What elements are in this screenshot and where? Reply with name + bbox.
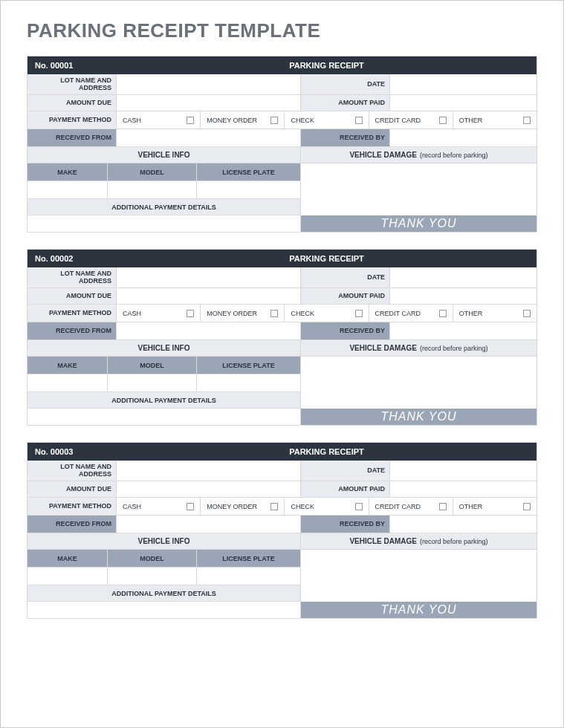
value-date[interactable] xyxy=(390,461,537,481)
label-additional-payment: ADDITIONAL PAYMENT DETAILS xyxy=(27,585,301,602)
thank-you-banner: THANK YOU xyxy=(301,215,537,232)
value-received-by[interactable] xyxy=(390,516,537,533)
label-received-by: RECEIVED BY xyxy=(301,516,390,533)
value-received-from[interactable] xyxy=(117,516,301,533)
parking-receipt: No. 00003 PARKING RECEIPT LOT NAME AND A… xyxy=(27,442,537,619)
payment-option-check[interactable]: CHECK xyxy=(285,111,369,129)
row-amounts: AMOUNT DUE AMOUNT PAID xyxy=(27,95,537,111)
label-vehicle-info: VEHICLE INFO xyxy=(27,533,301,550)
checkbox-icon[interactable] xyxy=(439,503,447,510)
value-license-plate[interactable] xyxy=(197,181,301,199)
value-amount-paid[interactable] xyxy=(390,95,537,111)
value-vehicle-damage-bot[interactable] xyxy=(301,585,537,602)
label-model: MODEL xyxy=(108,357,197,374)
payment-option-other[interactable]: OTHER xyxy=(453,111,537,129)
label-payment-method: PAYMENT METHOD xyxy=(27,498,117,516)
checkbox-icon[interactable] xyxy=(270,310,278,317)
checkbox-icon[interactable] xyxy=(439,310,447,317)
label-vehicle-info: VEHICLE INFO xyxy=(27,340,301,357)
row-lot-date: LOT NAME AND ADDRESS DATE xyxy=(27,461,537,481)
value-date[interactable] xyxy=(390,74,537,95)
payment-option-other[interactable]: OTHER xyxy=(453,498,537,516)
value-lot-name[interactable] xyxy=(117,74,301,95)
checkbox-icon[interactable] xyxy=(355,117,363,124)
value-received-from[interactable] xyxy=(117,129,301,147)
checkbox-icon[interactable] xyxy=(187,117,194,124)
value-received-from[interactable] xyxy=(117,322,301,340)
value-vehicle-damage-mid[interactable] xyxy=(301,374,537,392)
value-vehicle-damage-top[interactable] xyxy=(301,357,537,374)
row-vehicle-values xyxy=(27,181,537,199)
value-date[interactable] xyxy=(390,267,537,288)
checkbox-icon[interactable] xyxy=(523,503,531,510)
row-additional-header: ADDITIONAL PAYMENT DETAILS xyxy=(27,199,537,215)
value-additional-payment[interactable] xyxy=(27,602,301,618)
value-vehicle-damage-mid[interactable] xyxy=(301,181,537,199)
checkbox-icon[interactable] xyxy=(270,503,278,510)
value-vehicle-damage-bot[interactable] xyxy=(301,392,537,409)
checkbox-icon[interactable] xyxy=(355,503,363,510)
value-license-plate[interactable] xyxy=(197,568,301,585)
label-model: MODEL xyxy=(108,550,197,568)
payment-option-credit-card[interactable]: CREDIT CARD xyxy=(369,498,453,516)
label-vehicle-damage: VEHICLE DAMAGE (record before parking) xyxy=(301,340,537,357)
payment-option-other[interactable]: OTHER xyxy=(453,305,537,322)
row-additional-value: THANK YOU xyxy=(27,215,537,232)
label-date: DATE xyxy=(301,267,390,288)
label-vehicle-info: VEHICLE INFO xyxy=(27,147,301,163)
label-date: DATE xyxy=(301,74,390,95)
row-lot-date: LOT NAME AND ADDRESS DATE xyxy=(27,267,537,288)
value-model[interactable] xyxy=(108,181,197,199)
value-license-plate[interactable] xyxy=(197,374,301,392)
value-lot-name[interactable] xyxy=(117,267,301,288)
value-additional-payment[interactable] xyxy=(27,409,301,425)
checkbox-icon[interactable] xyxy=(355,310,363,317)
value-amount-paid[interactable] xyxy=(390,288,537,305)
parking-receipt: No. 00002 PARKING RECEIPT LOT NAME AND A… xyxy=(27,249,537,426)
value-vehicle-damage-top[interactable] xyxy=(301,163,537,181)
payment-option-check[interactable]: CHECK xyxy=(285,305,369,322)
value-received-by[interactable] xyxy=(390,322,537,340)
payment-option-cash[interactable]: CASH xyxy=(117,305,201,322)
payment-option-money-order[interactable]: MONEY ORDER xyxy=(201,111,285,129)
value-amount-due[interactable] xyxy=(117,481,301,498)
label-vehicle-damage: VEHICLE DAMAGE (record before parking) xyxy=(301,147,537,163)
checkbox-icon[interactable] xyxy=(439,117,447,124)
payment-option-credit-card[interactable]: CREDIT CARD xyxy=(369,111,453,129)
value-lot-name[interactable] xyxy=(117,461,301,481)
value-make[interactable] xyxy=(27,181,108,199)
payment-option-credit-card[interactable]: CREDIT CARD xyxy=(369,305,453,322)
value-make[interactable] xyxy=(27,374,108,392)
value-received-by[interactable] xyxy=(390,129,537,147)
value-vehicle-damage-mid[interactable] xyxy=(301,568,537,585)
payment-option-money-order[interactable]: MONEY ORDER xyxy=(201,305,285,322)
value-model[interactable] xyxy=(108,374,197,392)
value-amount-paid[interactable] xyxy=(390,481,537,498)
checkbox-icon[interactable] xyxy=(270,117,278,124)
value-additional-payment[interactable] xyxy=(27,215,301,232)
checkbox-icon[interactable] xyxy=(523,117,531,124)
checkbox-icon[interactable] xyxy=(187,503,194,510)
value-amount-due[interactable] xyxy=(117,288,301,305)
payment-option-cash[interactable]: CASH xyxy=(117,111,201,129)
label-make: MAKE xyxy=(27,550,108,568)
label-amount-due: AMOUNT DUE xyxy=(27,95,117,111)
row-amounts: AMOUNT DUE AMOUNT PAID xyxy=(27,288,537,305)
checkbox-icon[interactable] xyxy=(523,310,531,317)
value-model[interactable] xyxy=(108,568,197,585)
value-amount-due[interactable] xyxy=(117,95,301,111)
document-page: PARKING RECEIPT TEMPLATE No. 00001 PARKI… xyxy=(0,0,564,728)
payment-option-cash[interactable]: CASH xyxy=(117,498,201,516)
value-vehicle-damage-bot[interactable] xyxy=(301,199,537,215)
label-amount-paid: AMOUNT PAID xyxy=(301,95,390,111)
value-make[interactable] xyxy=(27,568,108,585)
payment-option-check[interactable]: CHECK xyxy=(285,498,369,516)
label-model: MODEL xyxy=(108,163,197,181)
parking-receipt: No. 00001 PARKING RECEIPT LOT NAME AND A… xyxy=(27,56,537,233)
value-vehicle-damage-top[interactable] xyxy=(301,550,537,568)
row-vehicle-values xyxy=(27,374,537,392)
checkbox-icon[interactable] xyxy=(187,310,194,317)
payment-option-money-order[interactable]: MONEY ORDER xyxy=(201,498,285,516)
label-additional-payment: ADDITIONAL PAYMENT DETAILS xyxy=(27,392,301,409)
row-amounts: AMOUNT DUE AMOUNT PAID xyxy=(27,481,537,498)
